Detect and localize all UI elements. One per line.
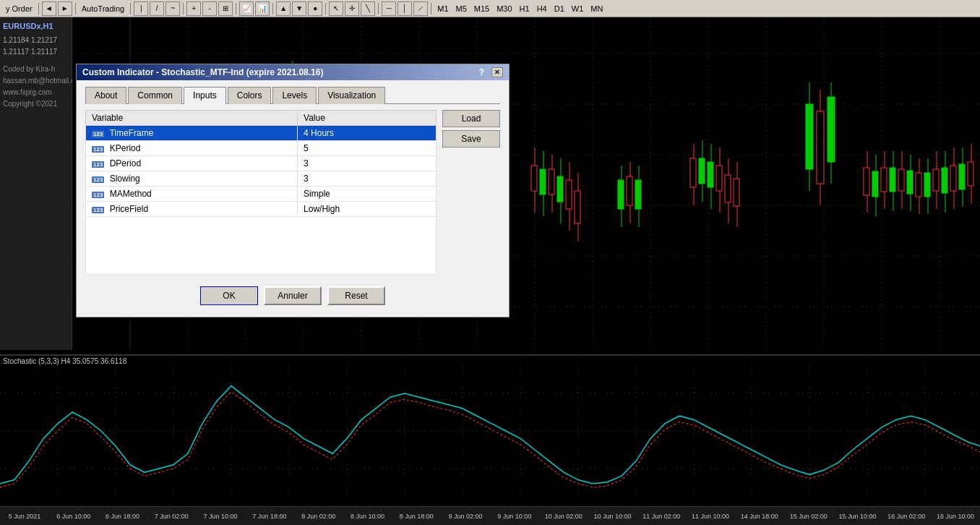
time-label-6: 8 Jun 02:00 — [294, 513, 343, 520]
stochastic-panel: Stochastic (5,3,3) H4 35.0575 36.6118 — [0, 354, 980, 506]
reset-button[interactable]: Reset — [327, 286, 385, 305]
toolbar-tf-m30[interactable]: M30 — [494, 3, 515, 14]
toolbar-btn-3[interactable]: ~ — [166, 1, 180, 16]
table-row[interactable]: 123 MAMethod Simple — [86, 187, 437, 202]
svg-rect-96 — [864, 168, 869, 195]
toolbar-btn-vline[interactable]: │ — [397, 1, 412, 16]
cell-pricefield-var: 123 PriceField — [86, 202, 298, 217]
table-row[interactable]: 123 DPeriod 3 — [86, 156, 437, 171]
svg-rect-118 — [959, 164, 965, 189]
cell-mamethod-val[interactable]: Simple — [298, 187, 437, 202]
toolbar-separator-2 — [75, 3, 76, 14]
cell-slowing-val[interactable]: 3 — [298, 171, 437, 187]
toolbar-separator-5 — [236, 3, 236, 14]
close-button[interactable]: ✕ — [491, 67, 503, 77]
save-button[interactable]: Save — [442, 130, 500, 148]
toolbar-btn-diag[interactable]: ⟋ — [413, 1, 428, 16]
param-name-timeframe: TimeFrame — [109, 128, 153, 138]
chart-copyright: Copyright ©2021 — [3, 98, 69, 110]
toolbar-btn-trade3[interactable]: ● — [308, 1, 322, 16]
toolbar-btn-cross[interactable]: ✛ — [345, 1, 359, 16]
svg-rect-90 — [716, 166, 722, 191]
table-row[interactable]: 123 TimeFrame 4 Hours — [86, 126, 437, 141]
toolbar-btn-chart1[interactable]: 📈 — [239, 1, 254, 16]
toolbar-btn-1[interactable]: | — [134, 1, 148, 16]
cell-pricefield-val[interactable]: Low/High — [298, 202, 437, 217]
dialog-title-left: Custom Indicator - Stochastic_MTF-Ind (e… — [82, 67, 323, 77]
svg-rect-114 — [942, 168, 947, 193]
cell-mamethod-var: 123 MAMethod — [86, 187, 298, 202]
table-area: Variable Value 123 TimeFrame 4 Hours — [85, 110, 500, 281]
toolbar-tf-m15[interactable]: M15 — [471, 3, 492, 14]
chart-website: www.fxprg.com — [3, 87, 69, 98]
toolbar-tf-m1[interactable]: M1 — [434, 3, 451, 14]
toolbar-tf-d1[interactable]: D1 — [551, 3, 567, 14]
toolbar-zoom-in[interactable]: + — [186, 1, 201, 16]
svg-rect-84 — [690, 158, 696, 187]
svg-rect-108 — [916, 173, 921, 197]
time-label-5: 7 Jun 18:00 — [245, 513, 294, 520]
indicator-dialog[interactable]: Custom Indicator - Stochastic_MTF-Ind (e… — [76, 64, 510, 317]
toolbar-btn-chart2[interactable]: 📊 — [255, 1, 270, 16]
dialog-titlebar-buttons: ? ✕ — [479, 67, 503, 77]
toolbar-tf-h4[interactable]: H4 — [534, 3, 550, 14]
time-label-4: 7 Jun 10:00 — [196, 513, 245, 520]
cell-dperiod-val[interactable]: 3 — [298, 156, 437, 171]
toolbar-btn-line[interactable]: ╲ — [361, 1, 375, 16]
toolbar-btn-trade2[interactable]: ▼ — [292, 1, 306, 16]
tab-visualization[interactable]: Visualization — [318, 87, 385, 104]
toolbar-btn-back[interactable]: ◄ — [42, 1, 56, 16]
table-row[interactable]: 123 PriceField Low/High — [86, 202, 437, 217]
svg-rect-78 — [618, 180, 624, 209]
svg-rect-110 — [924, 173, 930, 197]
chart-email: hassan.mb@hotmail.com — [3, 75, 69, 87]
ok-button[interactable]: OK — [200, 286, 258, 305]
svg-rect-92 — [725, 175, 731, 202]
time-label-10: 9 Jun 10:00 — [490, 513, 539, 520]
tab-inputs[interactable]: Inputs — [184, 87, 226, 104]
time-label-9: 9 Jun 02:00 — [441, 513, 490, 520]
chart-coded-by: Coded by Kira-h — [3, 64, 69, 75]
toolbar-btn-2[interactable]: / — [150, 1, 164, 16]
dialog-titlebar: Custom Indicator - Stochastic_MTF-Ind (e… — [77, 64, 509, 80]
param-name-dperiod: DPeriod — [110, 158, 141, 168]
tab-levels[interactable]: Levels — [272, 87, 317, 104]
toolbar-zoom-out[interactable]: - — [202, 1, 217, 16]
toolbar-tf-m5[interactable]: M5 — [453, 3, 470, 14]
svg-rect-112 — [933, 169, 939, 191]
table-wrap: Variable Value 123 TimeFrame 4 Hours — [85, 110, 437, 281]
stochastic-label: Stochastic (5,3,3) H4 35.0575 36.6118 — [3, 357, 126, 365]
cell-dperiod-var: 123 DPeriod — [86, 156, 298, 171]
tab-about[interactable]: About — [85, 87, 126, 104]
svg-rect-74 — [566, 180, 572, 209]
toolbar-tf-mn[interactable]: MN — [588, 3, 606, 14]
cell-kperiod-val[interactable]: 5 — [298, 141, 437, 156]
tab-common[interactable]: Common — [128, 87, 182, 104]
toolbar-autotrading[interactable]: AutoTrading — [79, 3, 128, 14]
table-row-empty — [86, 217, 437, 275]
toolbar: y Order ◄ ► AutoTrading | / ~ + - ⊞ 📈 📊 … — [0, 0, 980, 17]
time-label-0: 5 Jun 2021 — [0, 513, 49, 520]
toolbar-btn-forward[interactable]: ► — [58, 1, 72, 16]
svg-rect-36 — [806, 104, 813, 169]
time-label-7: 8 Jun 10:00 — [343, 513, 392, 520]
chart-info: EURUSDx,H1 1.21184 1.21217 1.21117 1.211… — [3, 20, 69, 110]
table-row[interactable]: 123 KPeriod 5 — [86, 141, 437, 156]
toolbar-btn-trade1[interactable]: ▲ — [276, 1, 291, 16]
help-button[interactable]: ? — [479, 67, 484, 77]
toolbar-tf-w1[interactable]: W1 — [569, 3, 587, 14]
svg-rect-68 — [540, 169, 546, 195]
toolbar-btn-hline[interactable]: ─ — [382, 1, 396, 16]
tab-colors[interactable]: Colors — [228, 87, 272, 104]
toolbar-zoom-fit[interactable]: ⊞ — [218, 1, 233, 16]
time-label-11: 10 Jun 02:00 — [539, 513, 588, 520]
table-row[interactable]: 123 Slowing 3 — [86, 171, 437, 187]
load-button[interactable]: Load — [442, 110, 500, 127]
cancel-button[interactable]: Annuler — [264, 286, 322, 305]
toolbar-tf-h1[interactable]: H1 — [517, 3, 533, 14]
cell-timeframe-val[interactable]: 4 Hours — [298, 126, 437, 141]
time-label-13: 11 Jun 02:00 — [637, 513, 686, 520]
toolbar-btn-cursor[interactable]: ↖ — [329, 1, 343, 16]
time-label-3: 7 Jun 02:00 — [147, 513, 196, 520]
toolbar-order[interactable]: y Order — [3, 3, 35, 14]
